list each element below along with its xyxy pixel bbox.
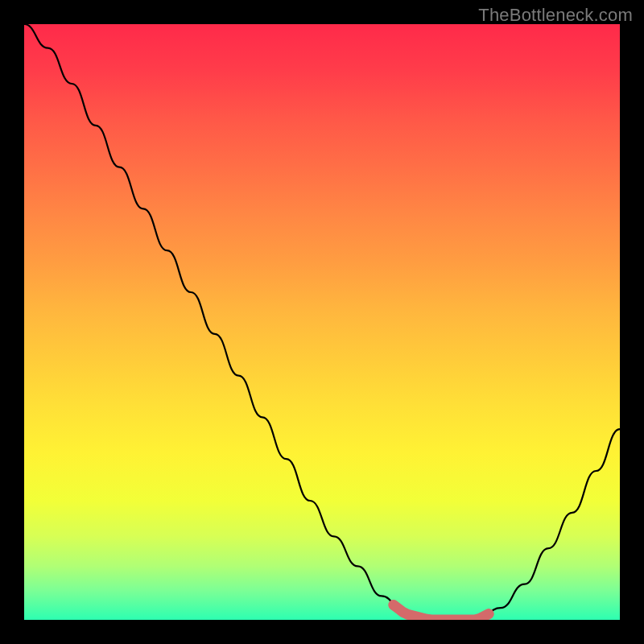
- plot-area: [24, 24, 620, 620]
- chart-container: TheBottleneck.com: [0, 0, 644, 644]
- optimal-range-highlight: [394, 605, 489, 621]
- watermark-text: TheBottleneck.com: [478, 5, 633, 26]
- bottleneck-curve: [24, 24, 620, 620]
- chart-svg: [24, 24, 620, 620]
